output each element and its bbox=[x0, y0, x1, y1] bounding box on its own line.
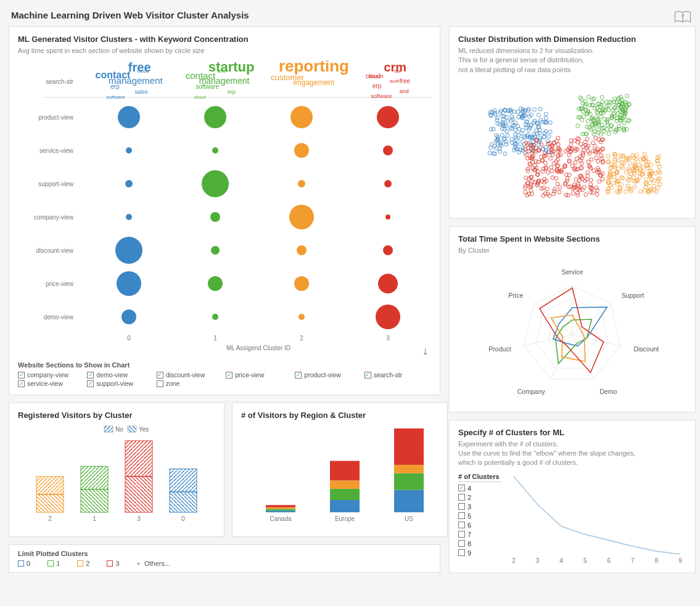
svg-point-394 bbox=[602, 129, 606, 133]
svg-point-38 bbox=[383, 145, 393, 155]
svg-point-648 bbox=[575, 157, 579, 160]
svg-point-656 bbox=[574, 178, 578, 181]
svg-text:engagement: engagement bbox=[293, 79, 334, 88]
section-check-support-view[interactable]: ✓support-view bbox=[87, 380, 154, 387]
svg-point-50 bbox=[115, 237, 142, 264]
svg-rect-91 bbox=[330, 489, 360, 500]
svg-point-170 bbox=[504, 140, 508, 144]
svg-point-212 bbox=[548, 121, 552, 125]
svg-point-278 bbox=[498, 147, 501, 151]
svg-text:1: 1 bbox=[93, 515, 96, 522]
section-check-product-view[interactable]: ✓product-view bbox=[295, 371, 361, 379]
svg-text:9: 9 bbox=[678, 557, 682, 564]
svg-point-440 bbox=[648, 181, 652, 185]
svg-point-501 bbox=[657, 177, 661, 181]
svg-point-518 bbox=[656, 179, 660, 183]
svg-point-524 bbox=[624, 170, 628, 174]
svg-rect-88 bbox=[266, 506, 295, 508]
svg-point-40 bbox=[125, 180, 133, 187]
svg-rect-95 bbox=[394, 490, 424, 512]
region-panel: # of Visitors by Region & Cluster Canada… bbox=[232, 403, 448, 537]
ncluster-opt-4[interactable]: ✓4 bbox=[458, 485, 501, 492]
bubble-chart[interactable]: freecontactmanagementerpsalessoftwareclo… bbox=[18, 60, 431, 356]
svg-point-606 bbox=[524, 190, 527, 194]
svg-point-60 bbox=[121, 309, 136, 324]
limit-item-3[interactable]: 3 bbox=[107, 560, 119, 567]
svg-point-800 bbox=[540, 143, 543, 147]
svg-point-169 bbox=[544, 117, 548, 120]
svg-point-187 bbox=[493, 152, 496, 156]
svg-point-516 bbox=[628, 162, 632, 166]
ncluster-opt-7[interactable]: ✓7 bbox=[458, 531, 501, 538]
svg-point-58 bbox=[378, 274, 398, 293]
svg-point-823 bbox=[575, 191, 579, 195]
svg-point-202 bbox=[544, 145, 548, 149]
svg-text:Demo: Demo bbox=[599, 387, 617, 395]
registered-chart[interactable]: NoYes2130 bbox=[18, 422, 215, 527]
svg-rect-87 bbox=[266, 507, 295, 509]
section-check-zone[interactable]: ✓zone bbox=[157, 380, 223, 387]
svg-rect-71 bbox=[128, 426, 136, 432]
limit-others[interactable]: +Others... bbox=[137, 560, 171, 567]
svg-text:software: software bbox=[371, 93, 392, 99]
section-check-service-view[interactable]: ✓service-view bbox=[18, 380, 84, 387]
svg-text:6: 6 bbox=[607, 557, 611, 564]
svg-text:Service: Service bbox=[561, 268, 583, 276]
ncluster-opt-2[interactable]: ✓2 bbox=[458, 494, 501, 501]
section-check-search-str[interactable]: ✓search-str bbox=[364, 371, 431, 379]
svg-point-57 bbox=[294, 276, 309, 291]
limit-item-2[interactable]: 2 bbox=[77, 560, 89, 567]
region-chart[interactable]: CanadaEuropeUS bbox=[241, 422, 439, 527]
limit-panel: Limit Plotted Clusters 0123+Others... bbox=[9, 544, 440, 573]
open-book-icon[interactable]: ⟳ bbox=[674, 10, 691, 23]
svg-point-521 bbox=[611, 181, 615, 185]
svg-rect-90 bbox=[330, 500, 360, 512]
radar-chart[interactable]: ServiceSupportDiscountDemoCompanyProduct… bbox=[458, 261, 686, 403]
ncluster-opt-5[interactable]: ✓5 bbox=[458, 512, 501, 520]
svg-point-194 bbox=[505, 129, 509, 133]
svg-text:Product: Product bbox=[488, 345, 511, 352]
svg-rect-93 bbox=[330, 461, 360, 481]
svg-point-259 bbox=[514, 128, 517, 132]
section-check-demo-view[interactable]: ✓demo-view bbox=[87, 371, 154, 379]
section-check-price-view[interactable]: ✓price-view bbox=[226, 371, 292, 379]
svg-point-830 bbox=[595, 156, 598, 160]
svg-point-213 bbox=[501, 118, 505, 122]
limit-item-0[interactable]: 0 bbox=[18, 560, 30, 567]
page-title: Machine Learning Driven Web Visitor Clus… bbox=[11, 10, 249, 20]
svg-text:7: 7 bbox=[631, 557, 635, 564]
radar-title: Total Time Spent in Website Sections bbox=[458, 234, 686, 244]
svg-point-458 bbox=[606, 154, 610, 158]
svg-text:2: 2 bbox=[300, 335, 303, 342]
svg-point-52 bbox=[297, 245, 307, 255]
svg-point-344 bbox=[597, 128, 601, 132]
svg-text:3: 3 bbox=[536, 557, 540, 564]
svg-rect-86 bbox=[266, 509, 295, 511]
svg-text:4: 4 bbox=[559, 557, 563, 564]
svg-text:erp: erp bbox=[110, 83, 120, 90]
section-check-discount-view[interactable]: ✓discount-view bbox=[157, 371, 223, 379]
download-icon[interactable]: ⤓ bbox=[422, 347, 429, 356]
svg-text:software: software bbox=[196, 84, 219, 91]
ncluster-opt-6[interactable]: ✓6 bbox=[458, 522, 501, 529]
svg-point-646 bbox=[558, 190, 561, 194]
ncluster-opt-3[interactable]: ✓3 bbox=[458, 503, 501, 510]
svg-rect-77 bbox=[81, 467, 108, 489]
scatter-chart[interactable] bbox=[458, 80, 686, 209]
svg-point-42 bbox=[298, 180, 305, 187]
svg-point-257 bbox=[506, 120, 509, 123]
svg-point-136 bbox=[537, 113, 540, 117]
svg-point-841 bbox=[549, 157, 553, 160]
ncluster-opt-8[interactable]: ✓8 bbox=[458, 540, 501, 547]
section-check-company-view[interactable]: ✓company-view bbox=[18, 371, 84, 379]
svg-point-745 bbox=[546, 171, 550, 174]
svg-point-508 bbox=[653, 184, 656, 188]
svg-point-761 bbox=[556, 143, 560, 147]
limit-item-1[interactable]: 1 bbox=[47, 560, 60, 567]
svg-point-30 bbox=[118, 106, 140, 128]
ncluster-opt-9[interactable]: ✓9 bbox=[458, 549, 501, 557]
svg-point-145 bbox=[533, 108, 537, 112]
svg-point-542 bbox=[641, 165, 644, 169]
elbow-chart[interactable]: 23456789 bbox=[508, 473, 686, 565]
svg-point-571 bbox=[644, 178, 648, 181]
